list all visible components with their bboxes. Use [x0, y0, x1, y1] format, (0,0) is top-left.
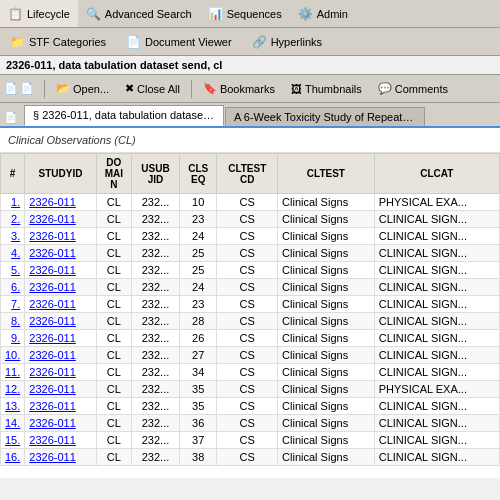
cell-studyid[interactable]: 2326-011: [25, 364, 96, 381]
open-label: Open...: [73, 83, 109, 95]
cell-clcat: CLINICAL SIGN...: [374, 398, 499, 415]
stf-icon: 📁: [10, 35, 25, 49]
cell-clseq: 36: [180, 415, 217, 432]
nav-stf-label: STF Categories: [29, 36, 106, 48]
thumbnails-button[interactable]: 🖼 Thumbnails: [284, 78, 369, 100]
cell-num[interactable]: 16.: [1, 449, 25, 466]
cell-cltestcd: CS: [217, 279, 278, 296]
cell-cltest: Clinical Signs: [278, 262, 375, 279]
cell-studyid[interactable]: 2326-011: [25, 245, 96, 262]
comments-icon: 💬: [378, 82, 392, 95]
cell-studyid[interactable]: 2326-011: [25, 194, 96, 211]
cell-num[interactable]: 8.: [1, 313, 25, 330]
table-row: 4.2326-011CL232...25CSClinical SignsCLIN…: [1, 245, 500, 262]
nav-hyperlinks[interactable]: 🔗 Hyperlinks: [242, 28, 332, 55]
cell-num[interactable]: 5.: [1, 262, 25, 279]
tab-toxicity-doc[interactable]: A 6-Week Toxicity Study of Repeated D...: [225, 107, 425, 126]
cell-num[interactable]: 15.: [1, 432, 25, 449]
cell-domain: CL: [96, 211, 131, 228]
cell-clcat: CLINICAL SIGN...: [374, 330, 499, 347]
nav-lifecycle[interactable]: 📋 Lifecycle: [0, 0, 78, 27]
cell-num[interactable]: 1.: [1, 194, 25, 211]
nav-doc-viewer-label: Document Viewer: [145, 36, 232, 48]
toolbar: 📄 📄 📂 Open... ✖ Close All 🔖 Bookmarks 🖼 …: [0, 75, 500, 103]
cell-studyid[interactable]: 2326-011: [25, 432, 96, 449]
cell-clseq: 27: [180, 347, 217, 364]
cell-num[interactable]: 11.: [1, 364, 25, 381]
cell-clcat: CLINICAL SIGN...: [374, 432, 499, 449]
close-all-button[interactable]: ✖ Close All: [118, 78, 187, 100]
cell-studyid[interactable]: 2326-011: [25, 330, 96, 347]
admin-icon: ⚙️: [298, 7, 313, 21]
address-bar: 2326-011, data tabulation dataset send, …: [0, 56, 500, 75]
cell-studyid[interactable]: 2326-011: [25, 313, 96, 330]
cell-cltestcd: CS: [217, 211, 278, 228]
cell-num[interactable]: 3.: [1, 228, 25, 245]
cell-clseq: 23: [180, 296, 217, 313]
cell-studyid[interactable]: 2326-011: [25, 228, 96, 245]
tab-doc-icon: 📄: [4, 111, 18, 124]
address-text: 2326-011, data tabulation dataset send, …: [6, 59, 222, 71]
cell-num[interactable]: 13.: [1, 398, 25, 415]
table-row: 13.2326-011CL232...35CSClinical SignsCLI…: [1, 398, 500, 415]
cell-domain: CL: [96, 245, 131, 262]
cell-clseq: 23: [180, 211, 217, 228]
cell-cltest: Clinical Signs: [278, 228, 375, 245]
cell-cltest: Clinical Signs: [278, 330, 375, 347]
cell-cltestcd: CS: [217, 398, 278, 415]
table-row: 6.2326-011CL232...24CSClinical SignsCLIN…: [1, 279, 500, 296]
cell-num[interactable]: 4.: [1, 245, 25, 262]
nav-sequences[interactable]: 📊 Sequences: [200, 0, 290, 27]
comments-label: Comments: [395, 83, 448, 95]
cell-studyid[interactable]: 2326-011: [25, 347, 96, 364]
close-all-icon: ✖: [125, 82, 134, 95]
nav-search-label: Advanced Search: [105, 8, 192, 20]
cell-num[interactable]: 14.: [1, 415, 25, 432]
cell-cltest: Clinical Signs: [278, 398, 375, 415]
cell-num[interactable]: 12.: [1, 381, 25, 398]
cell-studyid[interactable]: 2326-011: [25, 398, 96, 415]
cell-num[interactable]: 10.: [1, 347, 25, 364]
tab-current-label: § 2326-011, data tabulation dataset send…: [33, 109, 224, 121]
close-all-label: Close All: [137, 83, 180, 95]
cell-usubid: 232...: [131, 381, 179, 398]
bookmarks-label: Bookmarks: [220, 83, 275, 95]
cell-studyid[interactable]: 2326-011: [25, 449, 96, 466]
table-row: 12.2326-011CL232...35CSClinical SignsPHY…: [1, 381, 500, 398]
cell-num[interactable]: 7.: [1, 296, 25, 313]
data-table-container[interactable]: # STUDYID DOMAIN USUBJID CLSEQ CLTESTCD …: [0, 153, 500, 478]
toolbar-sep2: [191, 80, 192, 98]
cell-domain: CL: [96, 415, 131, 432]
cell-cltestcd: CS: [217, 364, 278, 381]
bookmarks-button[interactable]: 🔖 Bookmarks: [196, 78, 282, 100]
cell-num[interactable]: 9.: [1, 330, 25, 347]
comments-button[interactable]: 💬 Comments: [371, 78, 455, 100]
cell-studyid[interactable]: 2326-011: [25, 415, 96, 432]
cell-studyid[interactable]: 2326-011: [25, 279, 96, 296]
cell-cltest: Clinical Signs: [278, 313, 375, 330]
open-button[interactable]: 📂 Open...: [49, 78, 116, 100]
cell-cltestcd: CS: [217, 228, 278, 245]
cell-cltest: Clinical Signs: [278, 364, 375, 381]
cell-clcat: CLINICAL SIGN...: [374, 279, 499, 296]
content-area: Clinical Observations (CL) # STUDYID DOM…: [0, 128, 500, 478]
nav-document-viewer[interactable]: 📄 Document Viewer: [116, 28, 242, 55]
nav-stf-categories[interactable]: 📁 STF Categories: [0, 28, 116, 55]
toolbar-sep1: [44, 80, 45, 98]
cell-usubid: 232...: [131, 296, 179, 313]
cell-studyid[interactable]: 2326-011: [25, 262, 96, 279]
nav-admin[interactable]: ⚙️ Admin: [290, 0, 356, 27]
cell-clcat: CLINICAL SIGN...: [374, 245, 499, 262]
table-row: 1.2326-011CL232...10CSClinical SignsPHYS…: [1, 194, 500, 211]
tab-current-doc[interactable]: § 2326-011, data tabulation dataset send…: [24, 105, 224, 126]
nav-advanced-search[interactable]: 🔍 Advanced Search: [78, 0, 200, 27]
cell-num[interactable]: 6.: [1, 279, 25, 296]
cell-domain: CL: [96, 313, 131, 330]
cell-num[interactable]: 2.: [1, 211, 25, 228]
table-row: 5.2326-011CL232...25CSClinical SignsCLIN…: [1, 262, 500, 279]
cell-usubid: 232...: [131, 262, 179, 279]
cell-studyid[interactable]: 2326-011: [25, 296, 96, 313]
hyperlinks-icon: 🔗: [252, 35, 267, 49]
cell-studyid[interactable]: 2326-011: [25, 211, 96, 228]
cell-studyid[interactable]: 2326-011: [25, 381, 96, 398]
